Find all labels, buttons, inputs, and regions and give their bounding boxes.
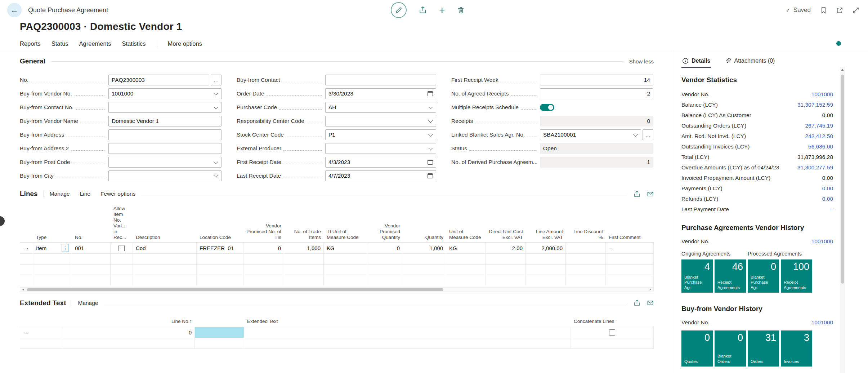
factbox-scrollbar[interactable] (840, 67, 845, 373)
field-input[interactable]: Domestic Vendor 1 (108, 116, 222, 126)
lines-cell[interactable] (446, 265, 486, 275)
field-input[interactable] (108, 170, 222, 181)
menu-item[interactable]: Statistics (122, 40, 146, 47)
field-input[interactable] (108, 102, 222, 113)
scroll-right-icon[interactable]: ▸ (648, 287, 653, 292)
column-header[interactable]: Vendor Promised Quantity (368, 204, 403, 243)
cue-tile[interactable]: 3 Invoices (781, 330, 812, 367)
lines-menu-item[interactable]: Fewer options (100, 191, 135, 197)
menu-item[interactable]: Agreements (79, 40, 111, 47)
notification-dot-icon[interactable] (836, 41, 841, 46)
stat-value[interactable]: – (830, 206, 833, 213)
cue-tile[interactable]: 31 Orders (748, 330, 779, 367)
toggle-switch[interactable] (540, 104, 554, 111)
lines-cell[interactable]: Item ⋮ (33, 243, 72, 254)
lines-cell[interactable] (324, 275, 368, 286)
stat-value[interactable]: 1001000 (811, 238, 833, 245)
empty-cell[interactable] (195, 338, 244, 349)
checkbox[interactable] (609, 329, 615, 336)
lines-cell[interactable] (368, 254, 403, 265)
lines-cell[interactable] (486, 254, 526, 265)
lines-cell[interactable]: 2.00 (486, 243, 526, 254)
checkbox[interactable] (118, 245, 125, 251)
chevron-down-icon[interactable] (214, 105, 218, 109)
column-header[interactable]: First Comment (606, 204, 654, 243)
lines-cell[interactable]: KG (446, 243, 486, 254)
calendar-icon[interactable] (428, 91, 433, 96)
lines-cell[interactable] (243, 265, 284, 275)
lines-cell[interactable] (284, 254, 324, 265)
field-input[interactable]: 4/3/2023 (325, 157, 436, 168)
cue-tile[interactable]: 4 Blanket Purchase Agr. (681, 259, 713, 293)
empty-cell[interactable] (63, 338, 195, 349)
open-in-window-button[interactable] (836, 7, 843, 14)
lines-cell[interactable]: – (606, 243, 654, 254)
lines-cell[interactable] (606, 254, 654, 265)
lines-cell[interactable]: 001 (72, 243, 111, 254)
purchase-agreements-history-heading[interactable]: Purchase Agreements Vendor History (681, 224, 833, 232)
lines-cell[interactable] (197, 265, 243, 275)
column-header[interactable]: Vendor Promised No. of TIs (243, 204, 284, 243)
lines-cell[interactable] (324, 265, 368, 275)
mail-part-button[interactable] (647, 191, 654, 197)
lines-cell[interactable] (111, 265, 133, 275)
empty-cell[interactable] (571, 338, 654, 349)
extended-text-manage[interactable]: Manage (78, 300, 98, 306)
stat-value[interactable]: 0.00 (822, 175, 833, 181)
column-header[interactable]: Line Discount % (566, 204, 606, 243)
cue-tile[interactable]: 0 Blanket Orders (715, 330, 746, 367)
lines-cell[interactable] (446, 275, 486, 286)
column-header-line-no[interactable]: Line No.↑ (63, 313, 195, 327)
lines-cell[interactable]: 0 (243, 243, 284, 254)
field-input[interactable]: AH (325, 102, 436, 113)
lines-cell[interactable] (284, 265, 324, 275)
bookmark-button[interactable] (820, 7, 827, 14)
lines-cell[interactable] (566, 254, 606, 265)
scroll-up-icon[interactable] (841, 69, 844, 71)
resize-button[interactable] (853, 7, 859, 14)
lines-cell[interactable] (72, 254, 111, 265)
share-button[interactable] (419, 6, 427, 14)
lines-cell[interactable]: → (20, 243, 33, 254)
general-heading[interactable]: General (20, 57, 45, 65)
edit-button[interactable] (391, 2, 407, 18)
assist-edit-button[interactable]: … (643, 129, 653, 140)
lines-cell[interactable] (133, 275, 197, 286)
lines-cell[interactable] (486, 275, 526, 286)
extended-text-empty-row[interactable] (20, 338, 654, 349)
lines-cell[interactable] (403, 254, 446, 265)
lines-cell[interactable] (526, 254, 566, 265)
concatenate-lines-cell[interactable] (571, 327, 654, 338)
calendar-icon[interactable] (428, 160, 433, 165)
column-header[interactable]: TI Unit of Measure Code (324, 204, 368, 243)
field-input[interactable]: 14 (540, 75, 653, 85)
lines-cell[interactable]: 1,000 (284, 243, 324, 254)
column-header[interactable] (20, 204, 33, 243)
row-menu-button[interactable]: ⋮ (62, 244, 69, 252)
stat-value[interactable]: 56,686.00 (808, 143, 833, 150)
stat-value[interactable]: 31,873,996.28 (797, 154, 833, 160)
lines-cell[interactable] (133, 254, 197, 265)
selected-cell[interactable] (195, 327, 244, 338)
lines-cell[interactable] (606, 265, 654, 275)
share-part-button[interactable] (634, 191, 640, 197)
field-input[interactable] (325, 143, 436, 154)
tab-attachments[interactable]: Attachments (0) (724, 54, 775, 68)
chevron-down-icon[interactable] (633, 132, 638, 137)
field-input[interactable]: SBA2100001 (540, 129, 641, 140)
lines-cell[interactable] (133, 265, 197, 275)
lines-cell[interactable]: KG (324, 243, 368, 254)
stat-value[interactable]: 0.00 (822, 185, 833, 192)
lines-cell[interactable] (111, 254, 133, 265)
empty-cell[interactable] (244, 338, 571, 349)
back-button[interactable]: ← (7, 3, 22, 17)
lines-cell[interactable] (20, 254, 33, 265)
field-input[interactable]: 3/30/2023 (325, 88, 436, 99)
column-header[interactable]: Quantity (403, 204, 446, 243)
chevron-down-icon[interactable] (428, 146, 433, 150)
lines-cell[interactable] (566, 275, 606, 286)
assist-edit-button[interactable]: … (211, 75, 222, 85)
lines-cell[interactable]: Cod (133, 243, 197, 254)
field-input[interactable] (325, 116, 436, 126)
extended-text-cell[interactable] (244, 327, 571, 338)
